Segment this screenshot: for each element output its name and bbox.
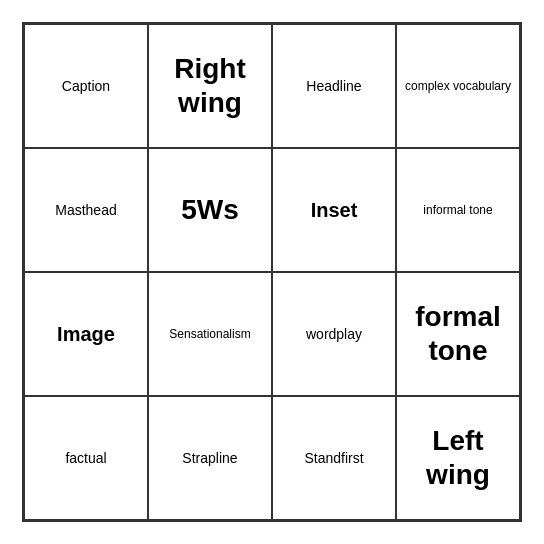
bingo-cell: Inset [272,148,396,272]
bingo-cell: 5Ws [148,148,272,272]
cell-text: Image [57,322,115,346]
bingo-cell: informal tone [396,148,520,272]
bingo-grid: CaptionRight wingHeadlinecomplex vocabul… [22,22,522,522]
cell-text: Right wing [155,52,265,119]
bingo-cell: Sensationalism [148,272,272,396]
bingo-cell: factual [24,396,148,520]
bingo-cell: Masthead [24,148,148,272]
cell-text: formal tone [403,300,513,367]
bingo-cell: Left wing [396,396,520,520]
bingo-cell: Image [24,272,148,396]
bingo-cell: Standfirst [272,396,396,520]
bingo-cell: formal tone [396,272,520,396]
bingo-cell: Right wing [148,24,272,148]
cell-text: Inset [311,198,358,222]
cell-text: 5Ws [181,193,239,227]
cell-text: Strapline [182,450,237,467]
cell-text: Standfirst [304,450,363,467]
bingo-cell: wordplay [272,272,396,396]
cell-text: Headline [306,78,361,95]
bingo-cell: Caption [24,24,148,148]
cell-text: wordplay [306,326,362,343]
cell-text: Left wing [403,424,513,491]
cell-text: informal tone [423,203,492,217]
cell-text: Masthead [55,202,116,219]
cell-text: factual [65,450,106,467]
bingo-cell: Strapline [148,396,272,520]
cell-text: Sensationalism [169,327,250,341]
cell-text: complex vocabulary [405,79,511,93]
bingo-cell: complex vocabulary [396,24,520,148]
cell-text: Caption [62,78,110,95]
bingo-cell: Headline [272,24,396,148]
